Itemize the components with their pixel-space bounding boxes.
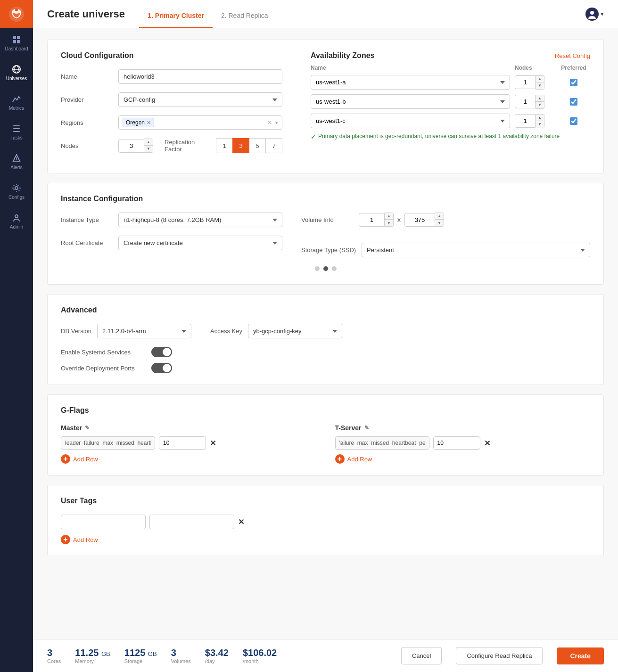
az-nodes-input-0[interactable] bbox=[515, 75, 536, 89]
systemd-toggle-control[interactable]: ✕ bbox=[151, 347, 172, 357]
nodes-decrement[interactable]: ▼ bbox=[144, 146, 153, 152]
reset-config-btn[interactable]: Reset Config bbox=[555, 52, 590, 59]
sidebar-item-configs[interactable]: Configs bbox=[0, 177, 33, 206]
main-content: Create universe 1. Primary Cluster 2. Re… bbox=[33, 0, 618, 672]
cloud-config-title: Cloud Configuration bbox=[61, 51, 282, 60]
provider-select[interactable]: GCP-config bbox=[118, 92, 282, 107]
availability-zones-panel: Availability Zones Reset Config Name Nod… bbox=[311, 51, 590, 162]
master-gflag-remove-0[interactable]: ✕ bbox=[210, 439, 216, 448]
tserver-add-row-btn[interactable]: + Add Row bbox=[335, 454, 591, 464]
create-button[interactable]: Create bbox=[557, 647, 604, 664]
az-select-2[interactable]: us-west1-c bbox=[311, 114, 510, 128]
sidebar-item-metrics[interactable]: Metrics bbox=[0, 88, 33, 117]
regions-clear-icon[interactable]: ✕ bbox=[267, 120, 272, 126]
configure-read-replica-button[interactable]: Configure Read Replica bbox=[456, 647, 543, 664]
footer-per-month-label: /month bbox=[243, 658, 277, 664]
vol-size-decrement[interactable]: ▼ bbox=[435, 220, 444, 226]
tab-primary-cluster[interactable]: 1. Primary Cluster bbox=[139, 12, 213, 28]
az-checkbox-2[interactable] bbox=[570, 117, 577, 125]
rf-btn-1[interactable]: 1 bbox=[216, 138, 233, 153]
az-decrement-1[interactable]: ▼ bbox=[536, 102, 544, 108]
az-nodes-input-2[interactable] bbox=[515, 114, 536, 128]
tserver-gflag-key-0[interactable] bbox=[335, 436, 429, 450]
master-add-row-icon: + bbox=[61, 454, 70, 464]
gflags-master-title: Master ✎ bbox=[61, 424, 316, 432]
footer-cores-label: Cores bbox=[47, 658, 61, 664]
override-toggle-control[interactable]: ✕ bbox=[151, 363, 172, 373]
volume-x-separator: x bbox=[397, 216, 401, 223]
volume-count-input[interactable] bbox=[359, 213, 385, 227]
vol-count-decrement[interactable]: ▼ bbox=[385, 220, 393, 226]
footer-per-day: $3.42 /day bbox=[205, 647, 229, 664]
tserver-gflag-remove-0[interactable]: ✕ bbox=[484, 439, 490, 448]
az-increment-2[interactable]: ▲ bbox=[536, 115, 544, 121]
master-add-row-btn[interactable]: + Add Row bbox=[61, 454, 316, 464]
tab-read-replica[interactable]: 2. Read Replica bbox=[213, 12, 277, 28]
user-tags-add-row-btn[interactable]: + Add Row bbox=[61, 535, 590, 544]
master-gflag-key-0[interactable] bbox=[61, 436, 155, 450]
name-row: Name bbox=[61, 69, 282, 84]
master-edit-icon[interactable]: ✎ bbox=[85, 425, 90, 431]
az-checkbox-0[interactable] bbox=[570, 79, 577, 86]
sidebar-item-dashboard[interactable]: Dashboard bbox=[0, 28, 33, 58]
user-menu[interactable]: ▾ bbox=[585, 8, 604, 21]
volume-size-input[interactable] bbox=[404, 213, 435, 227]
tserver-edit-icon[interactable]: ✎ bbox=[364, 425, 369, 431]
name-input[interactable] bbox=[118, 69, 282, 84]
advanced-title: Advanced bbox=[61, 306, 590, 314]
db-version-select[interactable]: 2.11.2.0-b4-arm bbox=[97, 324, 191, 338]
region-tag-remove[interactable]: ✕ bbox=[147, 120, 151, 126]
storage-type-select[interactable]: Persistent bbox=[362, 243, 590, 257]
regions-dropdown-icon[interactable]: ▾ bbox=[275, 120, 278, 126]
master-gflag-val-0[interactable] bbox=[159, 436, 206, 450]
nodes-increment[interactable]: ▲ bbox=[144, 139, 153, 146]
sidebar-item-label-alerts: Alerts bbox=[10, 165, 23, 170]
svg-rect-3 bbox=[13, 36, 16, 39]
root-cert-select[interactable]: Create new certificate bbox=[118, 236, 282, 250]
app-logo[interactable] bbox=[0, 0, 33, 28]
nodes-input[interactable] bbox=[118, 139, 144, 153]
az-row-1: us-west1-b ▲ ▼ bbox=[311, 94, 590, 109]
svg-rect-5 bbox=[13, 40, 16, 43]
tserver-gflag-val-0[interactable] bbox=[433, 436, 480, 450]
access-key-select[interactable]: yb-gcp-config-key bbox=[248, 324, 342, 338]
sidebar-item-alerts[interactable]: Alerts bbox=[0, 147, 33, 177]
cancel-button[interactable]: Cancel bbox=[401, 647, 442, 664]
systemd-toggle-knob bbox=[163, 348, 171, 356]
az-spinners-0: ▲ ▼ bbox=[536, 75, 544, 90]
az-increment-0[interactable]: ▲ bbox=[536, 76, 544, 82]
footer-storage-label: Storage bbox=[124, 658, 157, 664]
az-decrement-0[interactable]: ▼ bbox=[536, 82, 544, 89]
advanced-section: Advanced DB Version 2.11.2.0-b4-arm Acce… bbox=[47, 294, 604, 385]
enable-systemd-toggle[interactable]: ✕ bbox=[151, 347, 172, 357]
user-tag-val-0[interactable] bbox=[149, 515, 234, 529]
sidebar-item-universes[interactable]: Universes bbox=[0, 58, 33, 88]
user-tag-key-0[interactable] bbox=[61, 515, 146, 529]
az-nodes-input-1[interactable] bbox=[515, 95, 536, 108]
az-increment-1[interactable]: ▲ bbox=[536, 95, 544, 102]
rf-btn-3[interactable]: 3 bbox=[232, 138, 249, 153]
override-deployment-toggle[interactable]: ✕ bbox=[151, 363, 172, 373]
rf-btn-7[interactable]: 7 bbox=[265, 138, 282, 153]
storage-type-label: Storage Type (SSD) bbox=[301, 246, 356, 254]
footer-cores-value: 3 bbox=[47, 647, 61, 658]
vol-count-increment[interactable]: ▲ bbox=[385, 213, 393, 220]
volume-controls: ▲ ▼ x ▲ ▼ bbox=[359, 213, 444, 227]
az-select-0[interactable]: us-west1-a bbox=[311, 75, 510, 90]
regions-input[interactable]: Oregon ✕ ✕ ▾ bbox=[118, 115, 282, 130]
gflags-columns: Master ✎ ✕ + Add Row T-Server bbox=[61, 424, 590, 464]
user-tags-add-row-label: Add Row bbox=[73, 536, 98, 543]
az-select-1[interactable]: us-west1-b bbox=[311, 94, 510, 109]
az-spinners-2: ▲ ▼ bbox=[536, 114, 544, 128]
sidebar-item-tasks[interactable]: Tasks bbox=[0, 117, 33, 147]
sidebar-item-admin[interactable]: Admin bbox=[0, 206, 33, 236]
user-tag-remove-0[interactable]: ✕ bbox=[238, 517, 244, 526]
provider-label: Provider bbox=[61, 96, 113, 103]
geo-msg-text: Primary data placement is geo-redundant,… bbox=[318, 133, 560, 139]
rf-btn-5[interactable]: 5 bbox=[249, 138, 266, 153]
vol-size-increment[interactable]: ▲ bbox=[435, 213, 444, 220]
instance-type-select[interactable]: n1-highcpu-8 (8 cores, 7.2GB RAM) bbox=[118, 213, 282, 227]
az-checkbox-1[interactable] bbox=[570, 98, 577, 106]
az-decrement-2[interactable]: ▼ bbox=[536, 121, 544, 128]
dot-1 bbox=[323, 266, 328, 271]
